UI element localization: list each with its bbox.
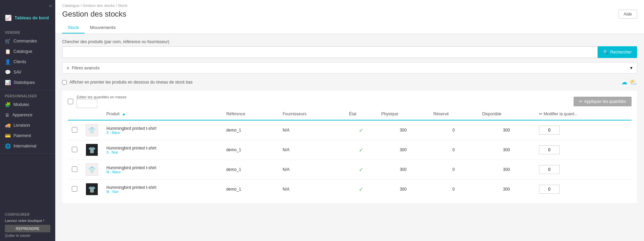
row-checkbox-2[interactable] <box>72 166 77 172</box>
page-title: Gestion des stocks <box>62 10 126 19</box>
tab-stock[interactable]: Stock <box>62 22 85 33</box>
reprendre-button[interactable]: REPRENDRE <box>5 225 50 232</box>
th-reference: Référence <box>222 108 278 120</box>
row-product-cell: Hummingbird printed t-shirt S - Blanc <box>102 120 222 140</box>
row-product-cell: Hummingbird printed t-shirt M - Blanc <box>102 160 222 180</box>
table-row: 👕 Hummingbird printed t-shirt S - Blanc … <box>68 120 632 140</box>
tab-mouvements[interactable]: Mouvements <box>85 22 121 33</box>
row-checkbox-3[interactable] <box>72 186 77 192</box>
row-qty-input-0[interactable] <box>539 126 560 135</box>
livraison-icon: 🚚 <box>5 123 11 128</box>
row-physique: 300 <box>377 160 429 180</box>
international-label: International <box>13 144 36 148</box>
sidebar-item-commandes[interactable]: 🛒 Commandes <box>0 36 55 46</box>
filter-icon: ≡ <box>67 66 69 70</box>
product-name-cell: Hummingbird printed t-shirt S - Blanc <box>106 126 218 135</box>
row-physique: 300 <box>377 140 429 160</box>
product-variant: S - Blanc <box>106 131 156 135</box>
sidebar-item-modules[interactable]: 🧩 Modules <box>0 99 55 110</box>
filter-row[interactable]: ≡ Filtres avancés ▾ <box>62 62 637 74</box>
row-qty-input-2[interactable] <box>539 165 560 174</box>
sidebar-item-sav[interactable]: 💬 SAV <box>0 67 55 77</box>
sidebar-item-catalogue[interactable]: 📋 Catalogue <box>0 46 55 57</box>
sort-arrow-icon: ▲ <box>122 112 126 116</box>
quitter-link[interactable]: Quitter le tutoriel <box>5 234 50 238</box>
sidebar-item-international[interactable]: 🌐 International <box>0 141 55 151</box>
row-reference: demo_1 <box>222 180 278 199</box>
dashboard-icon: 📈 <box>5 15 12 21</box>
upload-cloud-icon[interactable]: ☁ <box>621 78 627 86</box>
row-supplier: N/A <box>279 180 345 199</box>
modules-icon: 🧩 <box>5 102 11 107</box>
sidebar-collapse-btn[interactable]: « <box>0 0 55 11</box>
clients-icon: 👤 <box>5 59 11 65</box>
search-input[interactable] <box>62 46 598 58</box>
mass-edit-input[interactable] <box>77 99 97 108</box>
row-supplier: N/A <box>279 140 345 160</box>
sidebar-item-clients[interactable]: 👤 Clients <box>0 57 55 67</box>
filter-label: Filtres avancés <box>72 66 100 70</box>
row-disponible: 300 <box>478 120 535 140</box>
row-supplier: N/A <box>279 160 345 180</box>
product-variant: M - Blanc <box>106 170 156 174</box>
th-produit[interactable]: Produit ▲ <box>102 108 222 120</box>
row-physique: 300 <box>377 180 429 199</box>
help-button[interactable]: Aide <box>618 10 637 19</box>
sidebar-item-livraison[interactable]: 🚚 Livraison <box>0 120 55 131</box>
th-disponible: Disponible <box>478 108 535 120</box>
product-name-cell: Hummingbird printed t-shirt S - Noir <box>106 146 218 154</box>
row-product-cell: Hummingbird printed t-shirt S - Noir <box>102 140 222 160</box>
stock-low-checkbox[interactable] <box>62 80 67 85</box>
filter-left: ≡ Filtres avancés <box>67 66 100 70</box>
apply-quantities-button[interactable]: ✏ Appliquer les quantités <box>574 97 632 106</box>
apparence-icon: 🖥 <box>5 112 10 118</box>
svg-text:👕: 👕 <box>88 186 96 193</box>
international-icon: 🌐 <box>5 143 11 149</box>
product-name: Hummingbird printed t-shirt <box>106 146 156 151</box>
catalogue-label: Catalogue <box>13 49 32 54</box>
apparence-label: Apparence <box>12 113 32 117</box>
svg-text:👕: 👕 <box>88 127 96 134</box>
download-cloud-icon[interactable]: ⛅ <box>629 78 637 86</box>
svg-text:👕: 👕 <box>88 146 96 154</box>
row-qty-cell <box>535 140 632 160</box>
row-qty-input-3[interactable] <box>539 185 560 194</box>
sidebar-bottom: CONFIGURER Lancez votre boutique ! REPRE… <box>0 209 55 241</box>
pencil-icon: ✏ <box>579 99 583 104</box>
row-qty-input-1[interactable] <box>539 145 560 154</box>
row-qty-cell <box>535 120 632 140</box>
breadcrumb: Catalogue / Gestion des stocks / Stock <box>62 3 637 8</box>
search-button[interactable]: 🔍 Rechercher <box>598 46 637 58</box>
row-img-cell: 👕 <box>81 160 102 180</box>
row-disponible: 300 <box>478 160 535 180</box>
stock-table: Produit ▲ Référence Fournisseurs État Ph… <box>68 108 632 199</box>
sidebar-item-statistiques[interactable]: 📊 Statistiques <box>0 77 55 88</box>
search-label: Chercher des produits (par nom, référenc… <box>62 39 637 44</box>
sidebar-item-paiement[interactable]: 💳 Paiement <box>0 131 55 141</box>
th-fournisseurs: Fournisseurs <box>279 108 345 120</box>
row-checkbox-cell <box>68 160 81 180</box>
sidebar-logo[interactable]: 📈 Tableau de bord <box>0 11 55 25</box>
th-physique: Physique <box>377 108 429 120</box>
mass-edit-checkbox[interactable] <box>68 99 73 104</box>
row-checkbox-0[interactable] <box>72 127 77 133</box>
row-disponible: 300 <box>478 140 535 160</box>
product-name: Hummingbird printed t-shirt <box>106 126 156 131</box>
row-checkbox-1[interactable] <box>72 147 77 152</box>
pencil-header-icon: ✏ <box>539 112 542 116</box>
product-name: Hummingbird printed t-shirt <box>106 165 156 170</box>
row-img-cell: 👕 <box>81 180 102 199</box>
row-checkbox-cell <box>68 120 81 140</box>
row-reserve: 0 <box>429 160 478 180</box>
sidebar-item-apparence[interactable]: 🖥 Apparence <box>0 110 55 120</box>
sav-label: SAV <box>13 70 21 75</box>
row-reference: demo_1 <box>222 120 278 140</box>
commandes-icon: 🛒 <box>5 38 11 44</box>
row-qty-cell <box>535 180 632 199</box>
th-checkbox <box>68 108 81 120</box>
stock-low-label: Afficher en premier les produits en dess… <box>69 80 193 85</box>
row-reference: demo_1 <box>222 160 278 180</box>
modules-label: Modules <box>13 102 29 107</box>
table-row: 👕 Hummingbird printed t-shirt S - Noir d… <box>68 140 632 160</box>
stock-low-left: Afficher en premier les produits en dess… <box>62 80 193 85</box>
